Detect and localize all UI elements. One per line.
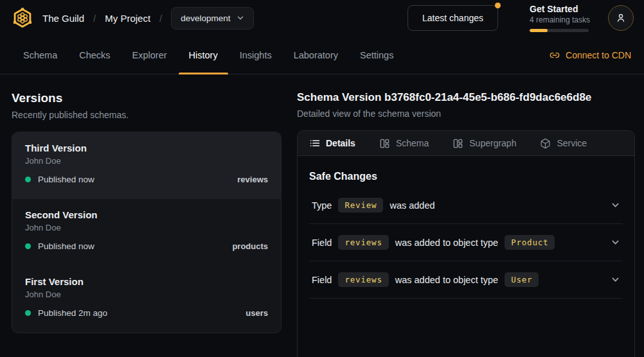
user-icon [615, 12, 627, 24]
get-started-progressbar [530, 29, 589, 32]
breadcrumb-project[interactable]: My Project [105, 13, 150, 24]
app-window: The Guild / My Project / development Lat… [0, 0, 644, 357]
breadcrumb-separator: / [159, 13, 162, 24]
schema-version-detail-panel: Schema Version b3768fc0-21a4-45e5-b686-f… [297, 85, 635, 357]
field-badge: reviews [338, 272, 388, 287]
published-status-dot [25, 243, 31, 249]
connect-to-cdn-label: Connect to CDN [566, 50, 631, 60]
detail-tab-label: Details [326, 138, 355, 148]
published-status-dot [25, 310, 31, 316]
safe-changes-heading: Safe Changes [309, 171, 623, 182]
tab-explorer[interactable]: Explorer [122, 36, 177, 74]
notification-dot [495, 3, 501, 8]
type-badge: User [505, 272, 539, 287]
version-item-second[interactable]: Second Version John Doe Published now pr… [12, 199, 281, 266]
version-author: John Doe [25, 156, 268, 166]
published-time: Published now [38, 175, 94, 184]
chevron-down-icon [611, 275, 620, 284]
target-selector-value: development [181, 13, 230, 23]
user-avatar[interactable] [608, 5, 634, 31]
schema-version-subtitle: Detailed view of the schema version [297, 109, 635, 119]
change-row-field-product[interactable]: Field reviews was added to object type P… [309, 224, 623, 261]
tab-schema[interactable]: Schema [13, 36, 67, 74]
version-name: First Version [25, 276, 268, 287]
columns-icon [452, 138, 463, 149]
tab-history[interactable]: History [179, 36, 228, 74]
change-row-field-user[interactable]: Field reviews was added to object type U… [309, 261, 623, 299]
chevron-down-icon [237, 14, 244, 22]
schema-version-card: Details Schema [297, 130, 635, 357]
hive-logo-icon[interactable] [12, 7, 33, 29]
get-started-progress-fill [530, 29, 548, 32]
type-badge: Product [505, 235, 555, 250]
published-status-dot [25, 177, 31, 182]
columns-icon [379, 138, 390, 149]
detail-tab-label: Schema [396, 138, 429, 148]
detail-tabbar: Details Schema [298, 131, 634, 156]
latest-changes-button[interactable]: Latest changes [407, 5, 498, 31]
change-text: Field [312, 238, 332, 248]
connect-to-cdn-link[interactable]: Connect to CDN [550, 36, 631, 74]
detail-tab-details[interactable]: Details [310, 138, 355, 148]
change-row-type-review[interactable]: Type Review was added [309, 187, 623, 224]
top-header: The Guild / My Project / development Lat… [0, 0, 644, 36]
change-text: Type [312, 200, 332, 211]
get-started-title: Get Started [530, 4, 589, 14]
chevron-down-icon [611, 238, 620, 247]
version-list: Third Version John Doe Published now rev… [12, 132, 282, 333]
chevron-down-icon [611, 200, 620, 210]
main-content: Versions Recently published schemas. Thi… [0, 74, 644, 357]
breadcrumb-separator: / [93, 13, 96, 24]
get-started-subtitle: 4 remaining tasks [530, 15, 589, 24]
detail-tab-schema[interactable]: Schema [379, 138, 429, 149]
tab-insights[interactable]: Insights [229, 36, 282, 74]
tab-settings[interactable]: Settings [350, 36, 404, 74]
version-name: Second Version [25, 209, 268, 220]
version-item-first[interactable]: First Version John Doe Published 2m ago … [12, 266, 281, 333]
detail-tab-label: Supergraph [469, 138, 516, 148]
detail-tab-supergraph[interactable]: Supergraph [452, 138, 516, 149]
change-text: Field [312, 275, 332, 285]
get-started-widget[interactable]: Get Started 4 remaining tasks [530, 4, 589, 32]
version-name: Third Version [25, 143, 268, 153]
detail-tab-service[interactable]: Service [540, 138, 587, 149]
project-nav: Schema Checks Explorer History Insights … [0, 36, 644, 74]
cube-icon [540, 138, 551, 149]
tab-laboratory[interactable]: Laboratory [283, 36, 348, 74]
published-time: Published 2m ago [38, 308, 107, 318]
versions-panel: Versions Recently published schemas. Thi… [12, 85, 282, 357]
change-text: was added [389, 200, 434, 211]
service-name: users [246, 308, 268, 318]
version-author: John Doe [25, 290, 268, 299]
tab-checks[interactable]: Checks [69, 36, 120, 74]
field-badge: reviews [338, 235, 388, 250]
change-text: was added to object type [395, 238, 498, 248]
versions-subtitle: Recently published schemas. [12, 110, 282, 120]
target-selector-dropdown[interactable]: development [171, 7, 253, 30]
service-name: products [232, 241, 268, 251]
schema-version-title: Schema Version b3768fc0-21a4-45e5-b686-f… [297, 91, 635, 104]
version-item-third[interactable]: Third Version John Doe Published now rev… [12, 132, 281, 199]
link-icon [550, 50, 560, 60]
detail-body: Safe Changes Type Review was added Field [298, 156, 634, 299]
service-name: reviews [237, 175, 268, 184]
breadcrumb-org[interactable]: The Guild [42, 13, 84, 24]
list-icon [310, 138, 320, 148]
type-badge: Review [338, 198, 383, 213]
version-author: John Doe [25, 223, 268, 232]
published-time: Published now [38, 241, 94, 251]
versions-title: Versions [12, 91, 282, 105]
detail-tab-label: Service [557, 138, 587, 148]
change-text: was added to object type [395, 275, 498, 285]
